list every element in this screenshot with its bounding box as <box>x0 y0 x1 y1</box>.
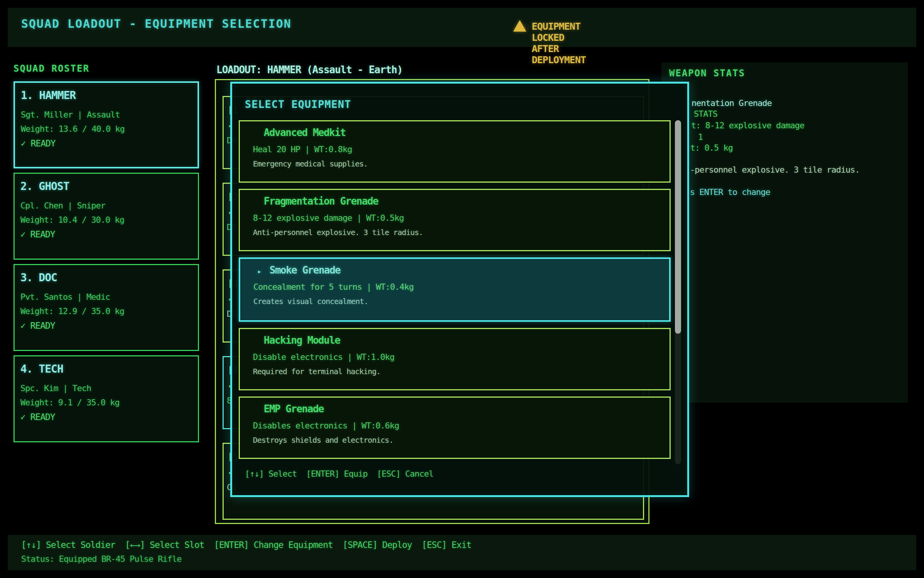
select-equipment-modal: SELECT EQUIPMENT Advanced Medkit Heal 20… <box>230 82 689 497</box>
soldier-detail: Spc. Kim | Tech <box>20 383 91 393</box>
soldier-weight: Weight: 10.4 / 30.0 kg <box>20 215 124 225</box>
soldier-weight: Weight: 12.9 / 35.0 kg <box>20 306 124 316</box>
soldier-name: 2. GHOST <box>20 180 69 193</box>
soldier-status: ✓ READY <box>20 412 55 422</box>
soldier-card-hammer[interactable]: 1. HAMMER Sgt. Miller | Assault Weight: … <box>13 81 199 168</box>
weapon-stats-item-name-fragment: nentation Grenade <box>691 98 772 108</box>
soldier-detail: Sgt. Miller | Assault <box>21 110 120 119</box>
equipment-option-emp-grenade[interactable]: EMP Grenade Disables electronics | WT:0.… <box>239 397 671 459</box>
soldier-card-doc[interactable]: 3. DOC Pvt. Santos | Medic Weight: 12.9 … <box>13 264 199 351</box>
soldier-weight: Weight: 9.1 / 35.0 kg <box>20 398 119 407</box>
weapon-stats-section-fragment: STATS <box>694 109 717 119</box>
scrollbar[interactable] <box>675 120 681 464</box>
weapon-stats-label: WEAPON STATS <box>669 68 745 79</box>
weapon-stats-effect-fragment: t: 8-12 explosive damage <box>691 121 804 130</box>
equipment-option-hacking-module[interactable]: Hacking Module Disable electronics | WT:… <box>239 328 671 390</box>
soldier-status: ✓ READY <box>20 321 55 331</box>
loadout-title: LOADOUT: HAMMER (Assault - Earth) <box>216 64 403 76</box>
soldier-name: 1. HAMMER <box>21 89 76 102</box>
soldier-card-tech[interactable]: 4. TECH Spc. Kim | Tech Weight: 9.1 / 35… <box>13 355 199 442</box>
global-key-hints: [↑↓] Select Soldier [←→] Select Slot [EN… <box>21 540 471 550</box>
selection-arrow-icon: ▸ <box>257 267 262 276</box>
equipment-desc: Emergency medical supplies. <box>253 159 368 168</box>
weapon-stats-weight-fragment: t: 0.5 kg <box>690 143 733 153</box>
equipment-option-fragmentation-grenade[interactable]: Fragmentation Grenade 8-12 explosive dam… <box>239 189 671 251</box>
warning-icon: ! <box>513 20 526 32</box>
loadout-screen: SQUAD LOADOUT - EQUIPMENT SELECTION ! EQ… <box>0 0 924 578</box>
equipment-desc: Required for terminal hacking. <box>253 367 380 376</box>
equipment-desc: Destroys shields and electronics. <box>253 435 393 445</box>
equipment-stats: 8-12 explosive damage | WT:0.5kg <box>253 213 404 223</box>
soldier-card-ghost[interactable]: 2. GHOST Cpl. Chen | Sniper Weight: 10.4… <box>13 173 199 260</box>
soldier-weight: Weight: 13.6 / 40.0 kg <box>21 124 124 134</box>
equipment-stats: Heal 20 HP | WT:0.8kg <box>253 144 352 154</box>
weapon-stats-uses-fragment: 1 <box>698 132 703 142</box>
equipment-name: Advanced Medkit <box>264 127 345 138</box>
equipment-desc: Creates visual concealment. <box>253 297 368 306</box>
equipment-name: Fragmentation Grenade <box>264 195 378 207</box>
equipment-name: Smoke Grenade <box>270 264 340 276</box>
header-bar: SQUAD LOADOUT - EQUIPMENT SELECTION ! EQ… <box>8 8 916 47</box>
warning-text: EQUIPMENT LOCKED AFTER DEPLOYMENT <box>532 21 586 66</box>
soldier-detail: Cpl. Chen | Sniper <box>20 201 105 210</box>
modal-title: SELECT EQUIPMENT <box>245 98 351 110</box>
equipment-stats: Disables electronics | WT:0.6kg <box>253 421 399 430</box>
equipment-stats: Concealment for 5 turns | WT:0.4kg <box>253 282 413 292</box>
warning-exclamation: ! <box>524 24 529 32</box>
modal-key-hints: [↑↓] Select [ENTER] Equip [ESC] Cancel <box>245 469 434 479</box>
equipment-option-smoke-grenade-selected[interactable]: ▸ Smoke Grenade Concealment for 5 turns … <box>239 257 671 322</box>
soldier-name: 3. DOC <box>20 271 57 284</box>
squad-roster-label: SQUAD ROSTER <box>13 63 89 74</box>
scrollbar-thumb[interactable] <box>675 120 681 334</box>
equipped-status-text: Status: Equipped BR-45 Pulse Rifle <box>21 554 181 564</box>
equipment-stats: Disable electronics | WT:1.0kg <box>253 352 394 362</box>
soldier-status: ✓ READY <box>20 229 55 239</box>
equipment-name: Hacking Module <box>264 334 340 346</box>
soldier-detail: Pvt. Santos | Medic <box>20 292 110 302</box>
status-bar: [↑↓] Select Soldier [←→] Select Slot [EN… <box>8 535 916 570</box>
weapon-stats-desc-fragment: -personnel explosive. 3 tile radius. <box>690 165 860 175</box>
equipment-desc: Anti-personnel explosive. 3 tile radius. <box>253 228 423 237</box>
weapon-stats-hint-fragment: s ENTER to change <box>690 187 770 197</box>
page-title: SQUAD LOADOUT - EQUIPMENT SELECTION <box>21 17 291 30</box>
equipment-option-advanced-medkit[interactable]: Advanced Medkit Heal 20 HP | WT:0.8kg Em… <box>239 120 671 183</box>
soldier-status: ✓ READY <box>21 138 55 148</box>
equipment-name: EMP Grenade <box>264 403 324 415</box>
soldier-name: 4. TECH <box>20 363 63 375</box>
